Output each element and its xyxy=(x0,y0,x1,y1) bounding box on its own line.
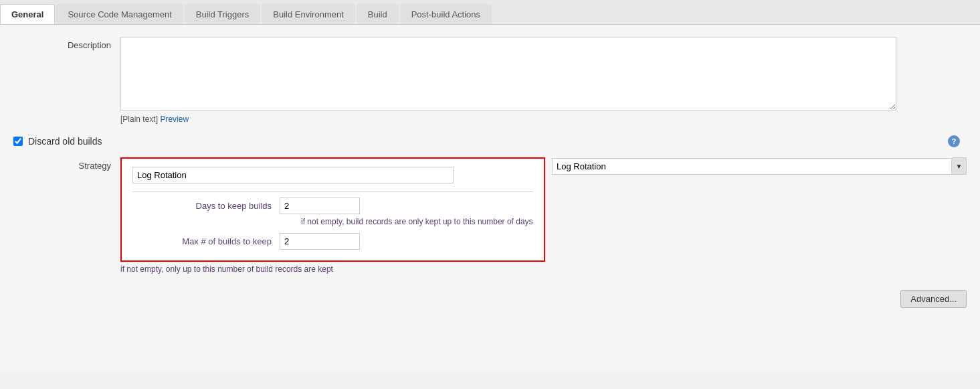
main-content: Description [Plain text] Preview Discard… xyxy=(0,25,980,373)
strategy-select[interactable]: Log Rotation xyxy=(132,167,454,183)
tab-general[interactable]: General xyxy=(0,4,55,24)
strategy-label: Strategy xyxy=(13,157,120,171)
strategy-section: Strategy Log Rotation Days t xyxy=(13,157,967,281)
strategy-select-wrapper: Log Rotation xyxy=(132,167,533,183)
description-textarea[interactable] xyxy=(120,37,896,110)
max-builds-row: Max # of builds to keep xyxy=(146,233,533,250)
tab-build-triggers[interactable]: Build Triggers xyxy=(185,4,260,24)
plain-text-row: [Plain text] Preview xyxy=(120,114,967,124)
tab-build[interactable]: Build xyxy=(357,4,399,24)
discard-old-builds-label: Discard old builds xyxy=(28,136,102,147)
strategy-fields: Days to keep builds if not empty, build … xyxy=(132,198,533,250)
outer-select-arrow[interactable]: ▼ xyxy=(952,157,967,175)
advanced-button[interactable]: Advanced... xyxy=(900,290,967,308)
days-to-keep-label: Days to keep builds xyxy=(146,201,280,211)
days-to-keep-input[interactable] xyxy=(280,198,360,214)
discard-old-builds-checkbox[interactable] xyxy=(13,137,23,146)
description-row: Description [Plain text] Preview xyxy=(13,37,967,124)
days-to-keep-row: Days to keep builds xyxy=(146,198,533,214)
tab-post-build-actions[interactable]: Post-build Actions xyxy=(400,4,492,24)
strategy-select-row: Log Rotation xyxy=(132,167,533,183)
strategy-divider xyxy=(132,191,533,192)
outer-strategy-select[interactable]: Log Rotation xyxy=(552,158,952,175)
description-label: Description xyxy=(13,37,120,50)
tab-build-environment[interactable]: Build Environment xyxy=(262,4,355,24)
description-control: [Plain text] Preview xyxy=(120,37,967,124)
tab-source-code-management[interactable]: Source Code Management xyxy=(56,4,183,24)
outer-strategy-wrapper: Log Rotation ▼ xyxy=(552,157,967,175)
max-builds-hint: if not empty, only up to this number of … xyxy=(120,264,967,274)
max-builds-label: Max # of builds to keep xyxy=(146,236,280,246)
advanced-btn-row: Advanced... xyxy=(13,290,967,308)
days-to-keep-hint: if not empty, build records are only kep… xyxy=(301,217,533,226)
tab-bar: General Source Code Management Build Tri… xyxy=(0,0,980,25)
plain-text-label: [Plain text] xyxy=(120,114,158,124)
strategy-box: Log Rotation Days to keep builds if not … xyxy=(120,157,545,262)
strategy-content: Log Rotation Days to keep builds if not … xyxy=(120,157,967,281)
max-builds-input[interactable] xyxy=(280,233,360,250)
discard-old-builds-row: Discard old builds ? xyxy=(13,132,967,151)
help-icon[interactable]: ? xyxy=(948,135,960,147)
preview-link[interactable]: Preview xyxy=(160,114,189,124)
